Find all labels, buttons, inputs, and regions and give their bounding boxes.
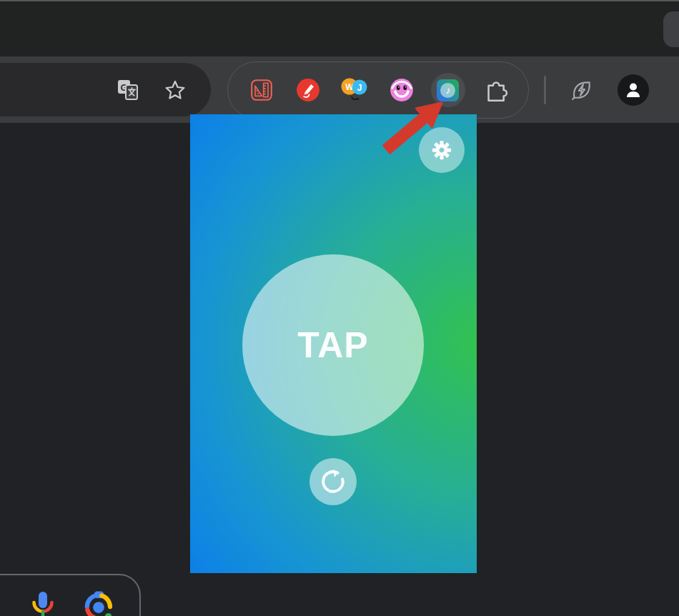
music-tap-icon: ♪	[437, 79, 459, 101]
partial-tab[interactable]	[663, 11, 679, 47]
tap-button[interactable]: TAP	[242, 254, 424, 436]
gear-icon	[427, 135, 457, 165]
energy-saver-icon[interactable]	[566, 74, 598, 106]
google-translate-icon[interactable]: G	[112, 74, 144, 106]
browser-toolbar: G	[0, 56, 679, 123]
bookmark-star-icon[interactable]	[159, 74, 191, 106]
wj-letter-j: J	[357, 83, 362, 93]
browser-window: G	[0, 0, 679, 616]
extension-wj[interactable]: W J	[337, 73, 372, 107]
search-bar-overlay[interactable]	[0, 574, 141, 616]
music-note-icon: ♪	[440, 83, 455, 98]
extension-pink-smiley[interactable]	[385, 73, 419, 107]
address-bar[interactable]: G	[0, 63, 211, 116]
google-lens-icon[interactable]	[82, 590, 115, 616]
extensions-puzzle-icon[interactable]	[477, 73, 512, 107]
profile-avatar[interactable]	[618, 74, 649, 106]
extension-music-tap[interactable]: ♪	[431, 73, 465, 107]
google-mic-icon[interactable]	[29, 590, 57, 616]
extension-ruler-measure[interactable]	[244, 73, 279, 107]
reset-counterclockwise-icon	[319, 467, 347, 496]
toolbar-separator	[544, 76, 546, 104]
extension-red-pen[interactable]	[291, 73, 325, 107]
tab-bar	[0, 0, 679, 56]
pinned-extensions-container: W J	[227, 61, 529, 119]
extension-popup: TAP	[190, 114, 477, 573]
reset-button[interactable]	[309, 458, 357, 505]
settings-button[interactable]	[419, 127, 465, 173]
